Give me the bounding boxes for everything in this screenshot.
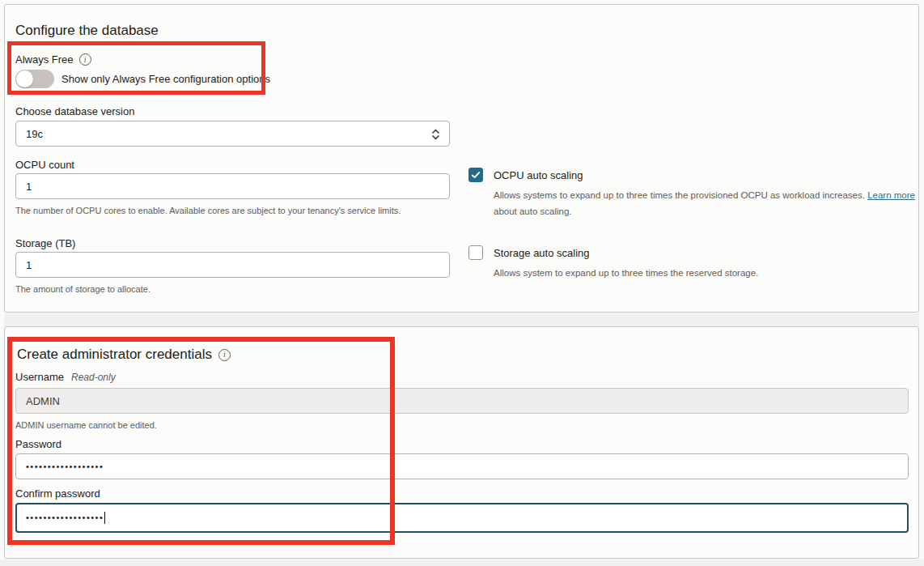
text-cursor bbox=[104, 512, 105, 524]
username-label: Username bbox=[15, 371, 64, 383]
card-gap bbox=[4, 313, 919, 326]
configure-database-card: Configure the database Always Free i Sho… bbox=[4, 4, 919, 313]
storage-autoscale-description: Allows system to expand up to three time… bbox=[494, 265, 924, 281]
info-icon[interactable]: i bbox=[218, 349, 231, 361]
ocpu-count-input[interactable]: 1 bbox=[15, 173, 450, 199]
password-input[interactable]: •••••••••••••••••• bbox=[15, 453, 909, 479]
storage-help: The amount of storage to allocate. bbox=[15, 284, 150, 294]
select-spinner-icon bbox=[431, 128, 440, 143]
always-free-toggle-label: Show only Always Free configuration opti… bbox=[61, 73, 270, 85]
confirm-password-masked-value: •••••••••••••••••• bbox=[26, 513, 104, 522]
ocpu-autoscale-desc-before: Allows systems to expand up to three tim… bbox=[494, 190, 867, 200]
storage-value: 1 bbox=[26, 259, 32, 271]
username-value: ADMIN bbox=[26, 395, 60, 407]
confirm-password-input[interactable]: •••••••••••••••••• bbox=[15, 503, 909, 533]
database-version-label: Choose database version bbox=[15, 105, 134, 117]
ocpu-count-help: The number of OCPU cores to enable. Avai… bbox=[15, 206, 401, 215]
storage-label: Storage (TB) bbox=[15, 237, 75, 249]
toggle-knob bbox=[16, 70, 33, 87]
configure-database-title-text: Configure the database bbox=[15, 23, 159, 39]
confirm-password-label: Confirm password bbox=[15, 487, 100, 500]
username-help: ADMIN username cannot be edited. bbox=[15, 420, 157, 430]
credentials-card: Create administrator credentials i Usern… bbox=[4, 326, 919, 559]
credentials-title: Create administrator credentials i bbox=[17, 347, 231, 363]
ocpu-autoscale-label: OCPU auto scaling bbox=[494, 169, 583, 181]
storage-autoscale-checkbox[interactable] bbox=[468, 245, 483, 260]
credentials-title-text: Create administrator credentials bbox=[17, 347, 212, 363]
storage-autoscale-label: Storage auto scaling bbox=[494, 247, 590, 259]
configure-database-title: Configure the database bbox=[15, 23, 159, 39]
database-version-value: 19c bbox=[26, 128, 43, 140]
storage-input[interactable]: 1 bbox=[15, 252, 450, 278]
always-free-label: Always Free bbox=[15, 53, 74, 66]
username-input: ADMIN bbox=[15, 388, 909, 414]
ocpu-autoscale-checkbox[interactable] bbox=[468, 168, 483, 182]
password-masked-value: •••••••••••••••••• bbox=[26, 462, 104, 471]
page-bottom-margin bbox=[0, 560, 924, 566]
ocpu-count-label: OCPU count bbox=[15, 159, 74, 171]
always-free-toggle[interactable] bbox=[15, 70, 54, 88]
learn-more-link[interactable]: Learn more bbox=[867, 190, 915, 200]
always-free-label-row: Always Free i bbox=[15, 53, 91, 66]
username-label-row: Username Read-only bbox=[15, 371, 116, 383]
check-icon bbox=[470, 169, 481, 181]
info-icon[interactable]: i bbox=[79, 53, 91, 66]
username-readonly-tag: Read-only bbox=[71, 372, 116, 383]
ocpu-autoscale-desc-after: about auto scaling. bbox=[494, 206, 572, 216]
password-label: Password bbox=[15, 438, 61, 450]
ocpu-count-value: 1 bbox=[26, 181, 32, 193]
database-version-select[interactable]: 19c bbox=[15, 121, 450, 147]
ocpu-autoscale-description: Allows systems to expand up to three tim… bbox=[494, 187, 924, 219]
